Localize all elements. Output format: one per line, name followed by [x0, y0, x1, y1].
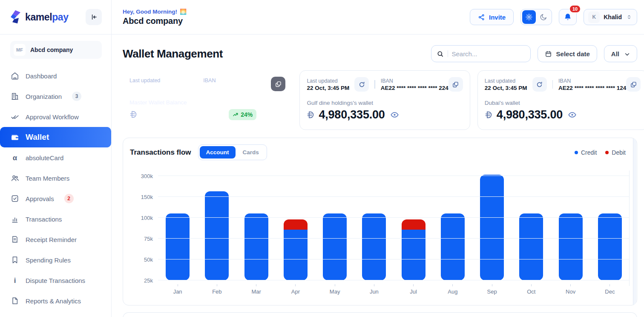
last-updated-value: 22 Oct, 3:45 PM: [307, 85, 349, 91]
sidebar-item-absolutecard[interactable]: αabsoluteCard: [0, 147, 111, 168]
bar-column-sep: [472, 175, 512, 280]
bar-apr[interactable]: [284, 219, 308, 280]
light-mode-button[interactable]: [522, 10, 536, 24]
refresh-icon: [358, 81, 365, 88]
notifications: 10: [559, 9, 577, 25]
sidebar-collapse-button[interactable]: [86, 9, 102, 25]
invite-button[interactable]: Invite: [470, 9, 514, 25]
sidebar-item-approvals[interactable]: Approvals2: [0, 188, 111, 209]
sidebar-item-label: Wallet: [26, 133, 49, 142]
bar-jul[interactable]: [402, 219, 426, 280]
tab-account[interactable]: Account: [200, 146, 236, 158]
company-avatar: MF: [14, 44, 26, 56]
x-axis-label: Jul: [394, 288, 433, 295]
bar-chart: 25k50k75k100k150k300k JanFebMarAprMayJun…: [130, 172, 637, 295]
legend-label: Debit: [612, 149, 626, 156]
bar-nov[interactable]: [559, 213, 583, 280]
x-axis-tick: [178, 284, 178, 286]
copy-iban-button[interactable]: [448, 77, 463, 92]
bell-icon: [564, 13, 572, 21]
x-axis-label: Jun: [354, 288, 394, 295]
bar-credit-segment: [362, 213, 386, 280]
filter-dropdown[interactable]: All: [604, 45, 637, 62]
sidebar-item-label: Reports & Analytics: [26, 297, 81, 305]
y-axis-tick-label: 25k: [133, 277, 153, 284]
header-actions: Invite: [470, 9, 637, 25]
toggle-balance-visibility-button[interactable]: [213, 110, 221, 119]
bar-column-nov: [551, 213, 590, 280]
legend-item-credit[interactable]: Credit: [575, 149, 597, 156]
unfold-icon: [626, 14, 632, 20]
sidebar-item-spending-rules[interactable]: Spending Rules: [0, 250, 111, 270]
x-axis-tick: [531, 284, 532, 286]
legend-item-debit[interactable]: Debit: [605, 149, 626, 156]
search-input[interactable]: [451, 50, 525, 58]
chart-scrollbar-track[interactable]: [633, 138, 636, 305]
iban-value: AE22 **** **** **** **** 345: [203, 84, 271, 91]
dark-mode-button[interactable]: [537, 10, 550, 24]
chart-title: Transactions flow: [130, 148, 191, 157]
refresh-button[interactable]: [177, 77, 192, 91]
tab-cards[interactable]: Cards: [236, 146, 265, 158]
sidebar-item-transactions[interactable]: Transactions: [0, 209, 111, 229]
wallet-balance-row: 4,980,335.0024%: [129, 108, 285, 121]
bookmark-icon: [10, 255, 20, 265]
x-axis-label: Oct: [512, 288, 551, 295]
sidebar-item-wallet[interactable]: Wallet: [0, 127, 111, 147]
trend-value: 24%: [241, 111, 253, 118]
iban-group: IBANAE22 **** **** **** **** 224: [381, 78, 448, 91]
search-divider: [448, 50, 448, 57]
x-axis-tick: [610, 284, 610, 286]
bar-credit-segment: [402, 230, 426, 280]
legend-dot: [575, 151, 578, 154]
bar-sep[interactable]: [480, 175, 504, 280]
company-selector[interactable]: MF Abcd company: [10, 41, 102, 59]
select-date-button[interactable]: Select date: [538, 45, 597, 62]
x-axis-category-nov: Nov: [551, 284, 590, 295]
bar-mar[interactable]: [244, 213, 268, 280]
bar-column-feb: [197, 191, 236, 280]
wallet-balance-row: 4,980,335.00: [307, 108, 463, 121]
iban-label: IBAN: [381, 78, 448, 84]
toggle-balance-visibility-button[interactable]: [568, 110, 577, 119]
last-updated-group: Last updated22 Oct, 3:45 PM: [129, 78, 172, 91]
x-axis-label: Aug: [433, 288, 472, 295]
chart-tabs: AccountCards: [198, 144, 267, 160]
sidebar-item-approval-workflow[interactable]: Approval Workflow: [0, 107, 111, 127]
gridline-50k: [158, 259, 630, 259]
bar-jan[interactable]: [166, 213, 190, 280]
page-toolbar: Wallet Management: [123, 45, 637, 62]
bar-feb[interactable]: [205, 191, 229, 280]
sidebar-item-reports-analytics[interactable]: Reports & Analytics: [0, 291, 111, 311]
copy-iban-button[interactable]: [626, 77, 641, 92]
sidebar-item-dispute-transactions[interactable]: iDispute Transactions: [0, 270, 111, 291]
bar-jun[interactable]: [362, 213, 386, 280]
bar-may[interactable]: [323, 213, 347, 280]
trend-up-icon: [233, 112, 239, 118]
bar-aug[interactable]: [441, 213, 465, 280]
wallet-balance-amount: 4,980,335.00: [319, 108, 385, 121]
x-axis-tick: [570, 284, 571, 286]
x-axis-category-aug: Aug: [433, 284, 472, 295]
refresh-button[interactable]: [532, 77, 547, 92]
x-axis-tick: [452, 284, 453, 286]
sidebar: kamelpay MF Abcd company DashboardOrgani…: [0, 0, 112, 317]
bar-oct[interactable]: [519, 213, 543, 280]
moon-icon: [540, 13, 547, 21]
user-menu[interactable]: K Khalid: [584, 9, 637, 25]
x-axis-label: Sep: [472, 288, 512, 295]
sidebar-item-team-members[interactable]: Team Members: [0, 168, 111, 188]
sidebar-item-organization[interactable]: Organization3: [0, 86, 111, 107]
copy-iban-button[interactable]: [271, 77, 285, 91]
refresh-button[interactable]: [354, 77, 369, 92]
sidebar-header: kamelpay: [0, 0, 111, 35]
receipt-icon: [10, 235, 20, 244]
sidebar-item-dashboard[interactable]: Dashboard: [0, 66, 111, 86]
wallet-name: Master Wallet Balance: [129, 99, 285, 106]
bar-dec[interactable]: [598, 213, 622, 280]
x-axis-label: May: [315, 288, 354, 295]
bar-credit-segment: [284, 230, 308, 280]
sidebar-item-receipt-reminder[interactable]: Receipt Reminder: [0, 229, 111, 250]
wallet-cards-row: Last updated22 Oct, 3:45 PMIBANAE22 ****…: [123, 70, 637, 130]
toggle-balance-visibility-button[interactable]: [390, 110, 399, 119]
